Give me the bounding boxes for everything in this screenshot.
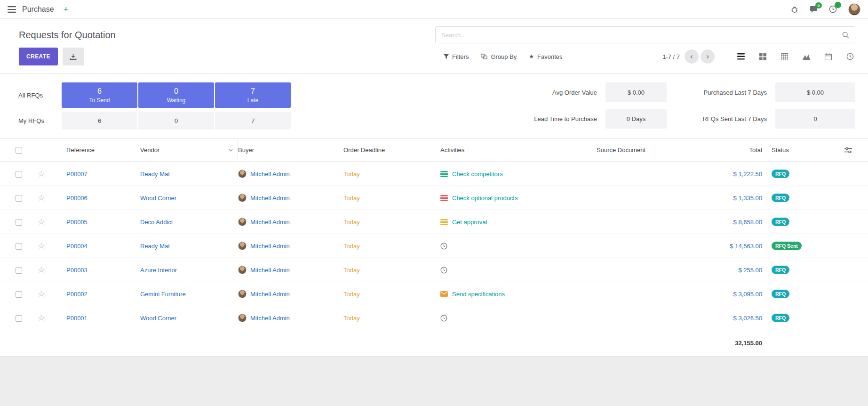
activity-clock-icon[interactable] bbox=[440, 243, 447, 250]
activity-summary[interactable]: Send specifications bbox=[452, 291, 505, 298]
activity-list-icon bbox=[440, 219, 448, 225]
vendor-link[interactable]: Wood Corner bbox=[140, 195, 238, 202]
graph-view-icon[interactable] bbox=[803, 53, 810, 60]
total-amount: $ 255.00 bbox=[720, 267, 762, 274]
vendor-link[interactable]: Azure Interior bbox=[140, 267, 238, 274]
buyer-cell[interactable]: Mitchell Admin bbox=[238, 170, 343, 178]
buyer-avatar bbox=[238, 266, 247, 274]
filters-button[interactable]: Filters bbox=[444, 53, 469, 60]
export-button[interactable] bbox=[63, 48, 84, 65]
buyer-cell[interactable]: Mitchell Admin bbox=[238, 194, 343, 202]
reference-link[interactable]: P00005 bbox=[54, 219, 140, 226]
activity-cell[interactable]: Get approval bbox=[440, 219, 597, 226]
debug-bug-icon[interactable] bbox=[791, 6, 798, 13]
kanban-view-icon[interactable] bbox=[759, 53, 766, 60]
view-switcher bbox=[737, 53, 854, 60]
activity-clock-icon[interactable] bbox=[440, 267, 447, 274]
reference-link[interactable]: P00002 bbox=[54, 291, 140, 298]
my-late[interactable]: 7 bbox=[215, 112, 291, 130]
buyer-cell[interactable]: Mitchell Admin bbox=[238, 314, 343, 322]
pivot-view-icon[interactable] bbox=[781, 53, 788, 60]
calendar-view-icon[interactable] bbox=[825, 53, 832, 60]
group-by-button[interactable]: Group By bbox=[481, 53, 517, 60]
list-view-icon[interactable] bbox=[737, 53, 745, 60]
apps-menu-icon[interactable] bbox=[8, 6, 16, 13]
favorite-star-icon[interactable]: ☆ bbox=[38, 289, 45, 299]
activity-cell[interactable] bbox=[440, 243, 597, 250]
kpi-late[interactable]: 7 Late bbox=[215, 82, 291, 108]
activity-summary[interactable]: Check optional products bbox=[452, 195, 518, 202]
vendor-link[interactable]: Gemini Furniture bbox=[140, 291, 238, 298]
reference-link[interactable]: P00007 bbox=[54, 171, 140, 178]
row-checkbox[interactable] bbox=[16, 171, 22, 178]
vendor-link[interactable]: Ready Mat bbox=[140, 171, 238, 178]
activity-summary[interactable]: Check competitors bbox=[452, 171, 503, 178]
my-waiting[interactable]: 0 bbox=[138, 112, 214, 130]
select-all-checkbox[interactable] bbox=[16, 147, 22, 154]
header-total[interactable]: Total bbox=[720, 146, 762, 154]
favorite-star-icon[interactable]: ☆ bbox=[38, 313, 45, 323]
table-row[interactable]: ☆ P00007 Ready Mat Mitchell Admin Today … bbox=[0, 162, 868, 186]
header-vendor[interactable]: Vendor bbox=[140, 138, 238, 162]
header-buyer[interactable]: Buyer bbox=[238, 146, 343, 154]
table-row[interactable]: ☆ P00002 Gemini Furniture Mitchell Admin… bbox=[0, 282, 868, 306]
row-checkbox[interactable] bbox=[16, 315, 22, 322]
my-to-send[interactable]: 6 bbox=[62, 112, 137, 130]
pager-next-button[interactable]: › bbox=[701, 49, 715, 64]
buyer-cell[interactable]: Mitchell Admin bbox=[238, 242, 343, 250]
row-checkbox[interactable] bbox=[16, 291, 22, 298]
activity-cell[interactable] bbox=[440, 267, 597, 274]
buyer-name: Mitchell Admin bbox=[250, 315, 290, 322]
favorites-button[interactable]: ★ Favorites bbox=[529, 53, 562, 60]
vendor-link[interactable]: Wood Corner bbox=[140, 315, 238, 322]
row-checkbox[interactable] bbox=[16, 243, 22, 250]
favorite-star-icon[interactable]: ☆ bbox=[38, 265, 45, 275]
activities-clock-icon[interactable] bbox=[829, 5, 837, 13]
header-activities[interactable]: Activities bbox=[440, 146, 597, 154]
row-checkbox[interactable] bbox=[16, 219, 22, 226]
kpi-to-send[interactable]: 6 To Send bbox=[62, 82, 137, 108]
kpi-waiting[interactable]: 0 Waiting bbox=[138, 82, 214, 108]
favorite-star-icon[interactable]: ☆ bbox=[38, 241, 45, 251]
activity-clock-icon[interactable] bbox=[440, 315, 447, 322]
new-tab-plus-icon[interactable]: + bbox=[64, 5, 69, 14]
table-row[interactable]: ☆ P00005 Deco Addict Mitchell Admin Toda… bbox=[0, 210, 868, 234]
buyer-cell[interactable]: Mitchell Admin bbox=[238, 266, 343, 274]
activity-view-icon[interactable] bbox=[846, 53, 854, 60]
search-icon[interactable] bbox=[842, 32, 849, 39]
table-row[interactable]: ☆ P00006 Wood Corner Mitchell Admin Toda… bbox=[0, 186, 868, 210]
favorite-star-icon[interactable]: ☆ bbox=[38, 169, 45, 179]
create-button[interactable]: CREATE bbox=[19, 48, 58, 65]
app-title[interactable]: Purchase bbox=[22, 5, 54, 14]
reference-link[interactable]: P00004 bbox=[54, 243, 140, 250]
favorite-star-icon[interactable]: ☆ bbox=[38, 193, 45, 203]
activity-cell[interactable]: Send specifications bbox=[440, 291, 597, 298]
row-checkbox[interactable] bbox=[16, 267, 22, 274]
optional-columns-icon[interactable] bbox=[844, 147, 852, 154]
messages-icon[interactable]: 5 bbox=[810, 6, 818, 13]
user-avatar[interactable] bbox=[848, 3, 860, 16]
favorite-star-icon[interactable]: ☆ bbox=[38, 217, 45, 227]
reference-link[interactable]: P00001 bbox=[54, 315, 140, 322]
buyer-cell[interactable]: Mitchell Admin bbox=[238, 218, 343, 226]
activity-summary[interactable]: Get approval bbox=[452, 219, 487, 226]
header-order-deadline[interactable]: Order Deadline bbox=[343, 146, 440, 154]
pager-previous-button[interactable]: ‹ bbox=[685, 49, 699, 64]
reference-link[interactable]: P00006 bbox=[54, 195, 140, 202]
reference-link[interactable]: P00003 bbox=[54, 267, 140, 274]
activity-cell[interactable] bbox=[440, 315, 597, 322]
activity-cell[interactable]: Check optional products bbox=[440, 195, 597, 202]
table-row[interactable]: ☆ P00004 Ready Mat Mitchell Admin Today … bbox=[0, 234, 868, 258]
table-row[interactable]: ☆ P00003 Azure Interior Mitchell Admin T… bbox=[0, 258, 868, 282]
activity-cell[interactable]: Check competitors bbox=[440, 171, 597, 178]
header-reference[interactable]: Reference bbox=[54, 146, 140, 154]
search-input[interactable] bbox=[441, 32, 842, 39]
vendor-link[interactable]: Deco Addict bbox=[140, 219, 238, 226]
header-source-document[interactable]: Source Document bbox=[597, 146, 720, 154]
row-checkbox[interactable] bbox=[16, 195, 22, 202]
vendor-link[interactable]: Ready Mat bbox=[140, 243, 238, 250]
table-row[interactable]: ☆ P00001 Wood Corner Mitchell Admin Toda… bbox=[0, 306, 868, 330]
buyer-cell[interactable]: Mitchell Admin bbox=[238, 290, 343, 298]
search-box[interactable] bbox=[435, 26, 855, 43]
header-status[interactable]: Status bbox=[762, 146, 828, 154]
